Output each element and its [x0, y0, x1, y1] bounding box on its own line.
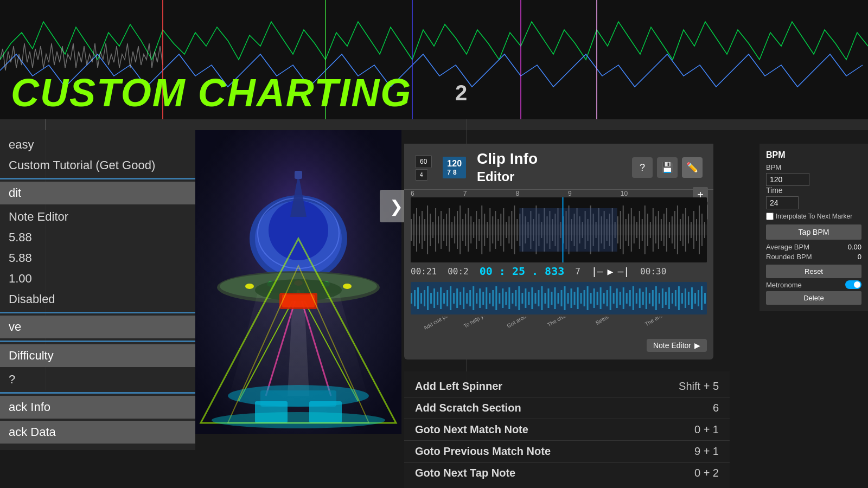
help-button[interactable]: ?	[632, 157, 653, 178]
svg-rect-69	[489, 208, 490, 252]
svg-text:2: 2	[455, 81, 467, 105]
metronome-toggle[interactable]	[845, 280, 861, 289]
svg-rect-44	[422, 211, 423, 249]
sidebar-track-info[interactable]: ack Info	[0, 396, 195, 419]
time-beat: 7	[575, 266, 580, 277]
menu-row-2[interactable]: Goto Next Match Note 0 + 1	[404, 419, 730, 441]
svg-rect-239	[694, 293, 696, 304]
svg-rect-138	[677, 206, 678, 254]
edit-button[interactable]: ✏️	[682, 157, 703, 178]
svg-rect-65	[478, 219, 480, 241]
svg-rect-40	[411, 219, 412, 241]
sidebar-divider-4	[0, 392, 195, 394]
svg-rect-216	[620, 292, 621, 305]
svg-rect-171	[473, 286, 474, 310]
svg-rect-118	[623, 206, 624, 254]
time-current: 00 : 25 . 833	[480, 265, 565, 278]
svg-rect-183	[512, 293, 513, 304]
menu-shortcut-1: 6	[713, 402, 719, 414]
menu-row-0[interactable]: Add Left Spinner Shift + 5	[404, 376, 730, 397]
svg-point-21	[343, 284, 352, 289]
mini-waveform[interactable]	[411, 282, 707, 314]
svg-rect-190	[534, 293, 536, 304]
svg-rect-225	[649, 293, 650, 304]
svg-rect-226	[652, 290, 654, 306]
svg-rect-197	[557, 293, 559, 304]
svg-rect-202	[574, 292, 576, 305]
svg-rect-71	[495, 211, 496, 249]
interpolate-checkbox[interactable]	[766, 213, 774, 220]
svg-rect-143	[691, 222, 692, 238]
sidebar-save[interactable]: ve	[0, 316, 195, 338]
time-sig-7: 7	[447, 169, 451, 176]
main-waveform[interactable]	[411, 197, 707, 262]
time-sig-60[interactable]: 60	[415, 155, 432, 168]
save-button[interactable]: 💾	[657, 157, 678, 178]
time-sig-4[interactable]: 4	[415, 169, 428, 181]
svg-rect-133	[663, 214, 665, 246]
sidebar-edit[interactable]: dit	[0, 182, 195, 204]
menu-label-0: Add Left Spinner	[415, 380, 502, 393]
svg-rect-181	[505, 292, 507, 305]
sidebar-divider-1	[0, 178, 195, 179]
delete-button[interactable]: Delete	[766, 291, 861, 305]
svg-rect-139	[680, 219, 681, 241]
svg-rect-119	[626, 219, 627, 241]
svg-rect-223	[642, 292, 644, 305]
sidebar-track-data[interactable]: ack Data	[0, 421, 195, 444]
svg-rect-162	[443, 293, 445, 304]
sidebar-difficulty[interactable]: easy	[0, 134, 195, 155]
svg-rect-192	[541, 286, 542, 310]
svg-rect-194	[547, 288, 549, 308]
svg-rect-241	[701, 286, 703, 310]
time-mid: 00:2	[448, 266, 469, 277]
seg-label-3: The chart	[546, 317, 569, 328]
svg-rect-209	[597, 292, 598, 305]
svg-rect-221	[636, 293, 637, 304]
svg-rect-46	[427, 206, 428, 254]
left-sidebar: easy Custom Tutorial (Get Good) dit Note…	[0, 130, 195, 450]
menu-row-4[interactable]: Goto Next Tap Note 0 + 2	[404, 463, 730, 484]
svg-rect-60	[465, 214, 466, 246]
tap-bpm-button[interactable]: Tap BPM	[766, 224, 861, 240]
segment-labels: Add cue points To help you Get around Th…	[411, 317, 707, 336]
svg-rect-67	[484, 214, 485, 246]
svg-rect-170	[469, 290, 471, 306]
svg-rect-145	[696, 219, 697, 241]
clip-editor-title: Clip Info Editor	[477, 150, 632, 185]
menu-row-1[interactable]: Add Scratch Section 6	[404, 397, 730, 419]
bpm-display[interactable]: 120 7 8	[443, 157, 466, 178]
waveform-ruler: 6 7 8 9 10	[404, 190, 713, 197]
note-editor-pill-btn[interactable]: Note Editor ▶	[647, 339, 707, 352]
svg-rect-124	[639, 211, 640, 249]
svg-rect-167	[459, 292, 461, 305]
svg-rect-132	[661, 219, 662, 241]
svg-rect-155	[420, 293, 422, 304]
svg-rect-188	[528, 292, 529, 305]
sidebar-val2: 5.88	[0, 248, 195, 268]
svg-rect-140	[682, 214, 684, 246]
svg-rect-77	[511, 211, 512, 249]
svg-rect-213	[610, 286, 611, 310]
svg-rect-172	[476, 293, 477, 304]
svg-rect-48	[432, 222, 433, 238]
svg-rect-142	[688, 216, 689, 243]
menu-row-3[interactable]: Goto Previous Match Note 9 + 1	[404, 441, 730, 463]
clip-editor-header: 60 4 120 7 8 Clip Info Editor ? 💾 ✏️	[404, 144, 713, 190]
svg-rect-43	[419, 216, 420, 243]
svg-rect-59	[462, 219, 463, 241]
sidebar-difficulty-section[interactable]: Difficulty	[0, 344, 195, 367]
svg-rect-163	[446, 290, 448, 306]
sidebar-note-editor[interactable]: Note Editor	[0, 207, 195, 227]
time-input-field[interactable]	[766, 196, 799, 209]
bpm-input-field[interactable]	[766, 173, 809, 186]
reset-button[interactable]: Reset	[766, 265, 861, 278]
svg-rect-208	[593, 288, 595, 308]
svg-rect-131	[658, 211, 659, 249]
clip-editor-panel: 60 4 120 7 8 Clip Info Editor ? 💾 ✏️	[404, 144, 713, 359]
svg-rect-175	[486, 287, 487, 309]
svg-rect-204	[580, 293, 582, 304]
sidebar-divider-3	[0, 341, 195, 342]
sidebar-tutorial[interactable]: Custom Tutorial (Get Good)	[0, 155, 195, 176]
seg-label-5: The end	[644, 317, 664, 327]
